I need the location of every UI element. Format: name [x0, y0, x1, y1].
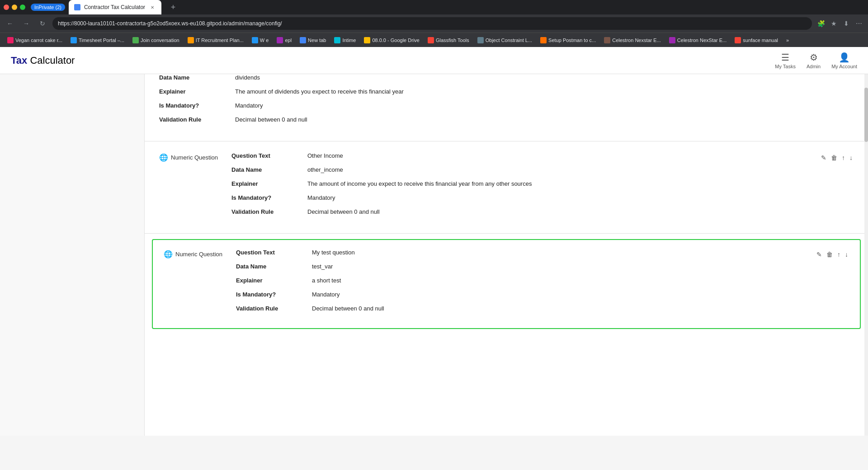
my-tasks-action[interactable]: ☰ My Tasks [775, 52, 796, 69]
bookmark-intime[interactable]: Intime [330, 36, 359, 44]
card2-explainer-value: The amount of income you expect to recei… [307, 180, 820, 187]
sidebar [0, 74, 145, 436]
window-minimize-btn[interactable] [12, 5, 17, 10]
bookmark-w[interactable]: W e [248, 36, 273, 44]
bookmark-join[interactable]: Join conversation [129, 36, 183, 44]
bookmark-icon [334, 37, 340, 43]
new-tab-btn[interactable]: + [167, 1, 179, 14]
card2-question-text-label: Question Text [231, 152, 304, 159]
scrollbar-track[interactable] [864, 74, 868, 436]
bookmark-icon [71, 37, 77, 43]
bookmark-label: 08.0.0 - Google Drive [372, 38, 420, 43]
data-name-label: Data Name [159, 74, 231, 81]
forward-btn[interactable]: → [20, 17, 33, 30]
window-close-btn[interactable] [4, 5, 9, 10]
card2-data-name-label: Data Name [231, 166, 304, 173]
card3-up-btn[interactable]: ↑ [836, 250, 841, 259]
bookmark-icon [735, 37, 741, 43]
url-bar[interactable]: https://8000-laura10101-contractorta-g5o… [52, 17, 812, 30]
bookmark-gdrive[interactable]: 08.0.0 - Google Drive [360, 36, 423, 44]
bookmark-more[interactable]: » [783, 37, 793, 44]
window-maximize-btn[interactable] [20, 5, 25, 10]
bookmark-epl[interactable]: epl [273, 36, 295, 44]
card3-delete-btn[interactable]: 🗑 [826, 250, 834, 259]
card3-is-mandatory-value: Mandatory [312, 291, 816, 298]
bookmark-celestron1[interactable]: Celestron Nexstar E... [600, 36, 665, 44]
bookmark-glassfish[interactable]: Glassfish Tools [424, 36, 473, 44]
tasks-label: My Tasks [775, 64, 796, 69]
my-account-action[interactable]: 👤 My Account [831, 52, 857, 69]
card2-explainer-label: Explainer [231, 180, 304, 187]
card3-down-btn[interactable]: ↓ [844, 250, 849, 259]
bookmark-icon [477, 37, 484, 43]
bookmark-more-icon: » [786, 38, 789, 43]
main-content[interactable]: Data Name dividends Explainer The amount… [145, 74, 868, 436]
card2-delete-btn[interactable]: 🗑 [830, 153, 838, 162]
bookmark-vegan[interactable]: Vegan carrot cake r... [4, 36, 66, 44]
active-tab[interactable]: Contractor Tax Calculator ✕ [69, 0, 161, 14]
card2-explainer-row: Explainer The amount of income you expec… [231, 180, 820, 187]
card3-edit-btn[interactable]: ✎ [816, 250, 823, 259]
validation-rule-label: Validation Rule [159, 116, 231, 123]
bookmark-icon [7, 37, 14, 43]
admin-label: Admin [807, 64, 821, 69]
bookmark-label: Intime [342, 38, 356, 43]
card2-actions: ✎ 🗑 ↑ ↓ [820, 152, 854, 162]
bookmark-icon [669, 37, 675, 43]
tasks-icon: ☰ [781, 52, 789, 63]
globe-icon: 🌐 [159, 153, 168, 162]
bookmarks-bar: Vegan carrot cake r... Timesheet Portal … [0, 33, 868, 47]
bookmark-it[interactable]: IT Recruitment Plan... [184, 36, 247, 44]
extensions-btn[interactable]: 🧩 [816, 18, 826, 29]
bookmark-sunface[interactable]: sunface manual [731, 36, 782, 44]
card3-question-text-row: Question Text My test question [236, 249, 816, 256]
card3-header: 🌐 Numeric Question Question Text My test… [164, 249, 849, 319]
card2-body: Question Text Other Income Data Name oth… [231, 152, 820, 222]
card2-edit-btn[interactable]: ✎ [820, 153, 827, 162]
refresh-btn[interactable]: ↻ [36, 17, 49, 30]
bookmark-label: Join conversation [141, 38, 179, 43]
card2-header: 🌐 Numeric Question Question Text Other I… [159, 152, 854, 222]
tab-close-btn[interactable]: ✕ [149, 4, 156, 11]
is-mandatory-label: Is Mandatory? [159, 102, 231, 109]
card2-type-label: Numeric Question [171, 154, 218, 161]
bookmark-postman[interactable]: Setup Postman to c... [537, 36, 599, 44]
tab-favicon [74, 4, 80, 10]
card2-data-name-row: Data Name other_income [231, 166, 820, 173]
bookmark-newtab[interactable]: New tab [296, 36, 330, 44]
settings-btn[interactable]: ⋯ [854, 18, 864, 29]
favorites-btn[interactable]: ★ [828, 18, 839, 29]
bookmark-label: epl [285, 38, 292, 43]
card3-question-text-value: My test question [312, 249, 816, 256]
logo-rest: Calculator [27, 55, 75, 66]
bookmark-icon [188, 37, 194, 43]
bookmark-object[interactable]: Object Constraint L... [474, 36, 536, 44]
card2-is-mandatory-value: Mandatory [307, 194, 820, 201]
card2-up-btn[interactable]: ↑ [841, 153, 846, 162]
bookmark-icon [252, 37, 258, 43]
scrollbar-thumb[interactable] [864, 88, 868, 142]
url-text: https://8000-laura10101-contractorta-g5o… [58, 20, 282, 27]
bookmark-icon [277, 37, 283, 43]
card3-explainer-row: Explainer a short test [236, 277, 816, 284]
bookmark-icon [132, 37, 139, 43]
explainer-row: Explainer The amount of dividends you ex… [159, 88, 854, 95]
card3-data-name-value: test_var [312, 263, 816, 270]
bookmark-celestron2[interactable]: Celestron NexStar E... [665, 36, 730, 44]
card3-body: Question Text My test question Data Name… [236, 249, 816, 319]
admin-action[interactable]: ⚙ Admin [807, 52, 821, 69]
bookmark-label: Setup Postman to c... [548, 38, 596, 43]
bookmark-timesheet[interactable]: Timesheet Portal –... [67, 36, 128, 44]
card3-explainer-value: a short test [312, 277, 816, 284]
other-income-card: 🌐 Numeric Question Question Text Other I… [145, 141, 868, 234]
card3-type: 🌐 Numeric Question [164, 249, 236, 258]
data-name-row: Data Name dividends [159, 74, 854, 81]
card2-is-mandatory-row: Is Mandatory? Mandatory [231, 194, 820, 201]
bookmark-label: W e [260, 38, 269, 43]
back-btn[interactable]: ← [4, 17, 16, 30]
card2-down-btn[interactable]: ↓ [849, 153, 854, 162]
app-header: Tax Calculator ☰ My Tasks ⚙ Admin 👤 My A… [0, 47, 868, 74]
bookmark-icon [540, 37, 547, 43]
bookmark-label: Celestron NexStar E... [677, 38, 726, 43]
downloads-btn[interactable]: ⬇ [841, 18, 852, 29]
